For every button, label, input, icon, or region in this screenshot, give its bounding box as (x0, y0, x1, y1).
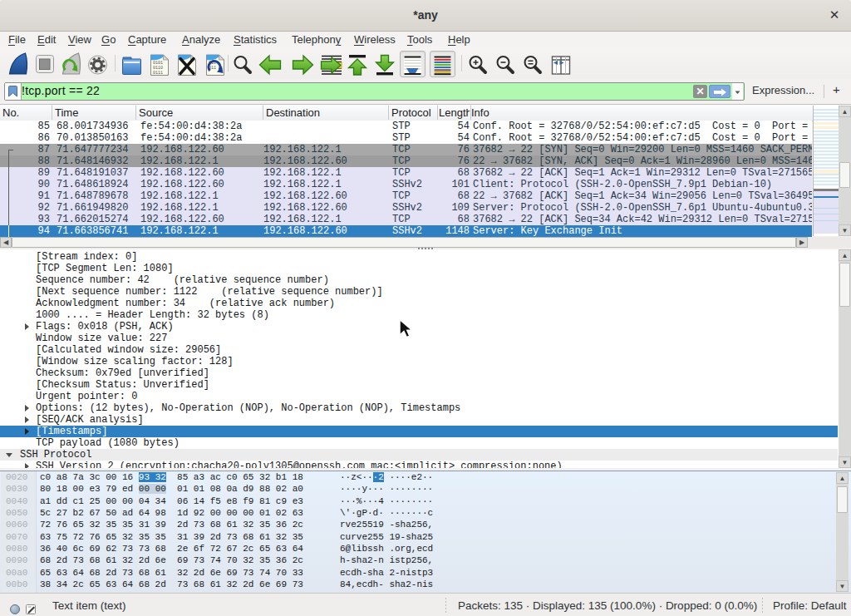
svg-text:0111: 0111 (153, 71, 163, 76)
